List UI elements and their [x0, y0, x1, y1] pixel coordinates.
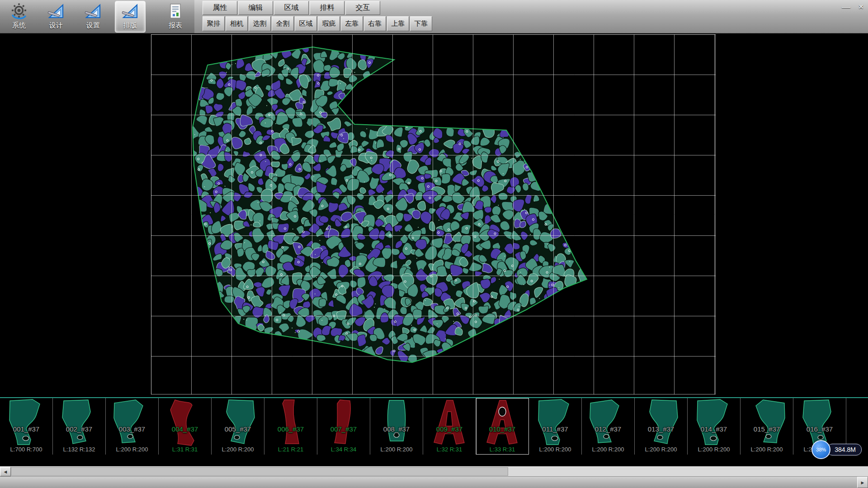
piece-id: 002_#37	[53, 425, 105, 433]
ruler-icon	[47, 3, 65, 21]
piece-count: L:200 R:200	[741, 446, 793, 453]
menu-tab-nest[interactable]: 排料	[310, 1, 344, 15]
action-button-cut-all[interactable]: 全割	[272, 16, 294, 31]
piece-id: 014_#37	[688, 425, 740, 433]
action-button-snap-top[interactable]: 上靠	[387, 16, 409, 31]
progress-badge: 38% 384.8M	[811, 440, 862, 459]
piece-id: 011_#37	[529, 425, 581, 433]
action-button-label: 下靠	[415, 19, 428, 27]
menu-tabs: 属性 编辑 区域 排料 交互	[203, 1, 432, 15]
toolbar-button-report[interactable]: 报表	[160, 1, 191, 33]
piece-cell[interactable]: 005_#37 L:200 R:200	[212, 398, 264, 455]
menu-area: 属性 编辑 区域 排料 交互	[203, 0, 432, 31]
action-button-camera[interactable]: 相机	[226, 16, 248, 31]
piece-cell[interactable]: 003_#37 L:200 R:200	[106, 398, 159, 455]
piece-id: 008_#37	[370, 425, 423, 433]
toolbar-button-design[interactable]: 设计	[41, 1, 71, 33]
scrollbar-thumb[interactable]	[11, 467, 508, 476]
menu-tab-interact[interactable]: 交互	[345, 1, 380, 15]
toolbar-button-settings[interactable]: 设置	[78, 1, 108, 33]
toolbar-button-label: 设计	[49, 21, 63, 30]
piece-id: 005_#37	[212, 425, 264, 433]
action-button-label: 右靠	[368, 19, 382, 27]
scrollbar-track[interactable]	[11, 467, 868, 476]
piece-count: L:200 R:200	[529, 446, 581, 453]
piece-cell[interactable]: 007_#37 L:34 R:34	[317, 398, 370, 455]
horizontal-scrollbar[interactable]: ◄	[0, 466, 868, 476]
piece-count: L:700 R:700	[0, 446, 52, 453]
piece-count: L:21 R:21	[264, 446, 317, 453]
status-bar: ►	[0, 476, 868, 488]
piece-id: 003_#37	[106, 425, 158, 433]
window-controls: — ×	[842, 2, 863, 11]
menu-tab-label: 属性	[213, 4, 227, 11]
piece-cell[interactable]: 008_#37 L:200 R:200	[370, 398, 423, 455]
minimize-button[interactable]: —	[842, 2, 850, 11]
action-button-label: 上靠	[392, 19, 405, 27]
menu-tab-region[interactable]: 区域	[274, 1, 309, 15]
piece-count: L:200 R:200	[688, 446, 740, 453]
menu-tab-label: 排料	[320, 4, 335, 11]
action-button-snap-right[interactable]: 右靠	[364, 16, 386, 31]
menu-tab-label: 交互	[356, 4, 370, 11]
toolbar-button-system[interactable]: 系统	[4, 1, 34, 33]
memory-indicator: 384.8M	[827, 444, 862, 455]
piece-cell[interactable]: 015_#37 L:200 R:200	[741, 398, 793, 455]
piece-count: L:200 R:200	[370, 446, 423, 453]
piece-id: 007_#37	[317, 425, 370, 433]
menu-tab-edit[interactable]: 编辑	[238, 1, 273, 15]
action-button-snap-left[interactable]: 左靠	[341, 16, 363, 31]
piece-count: L:32 R:31	[423, 446, 476, 453]
toolbar-button-label: 系统	[12, 21, 26, 30]
menu-tab-properties[interactable]: 属性	[203, 1, 237, 15]
toolbar-button-label: 设置	[86, 21, 100, 30]
menu-tab-label: 编辑	[249, 4, 263, 11]
ruler-icon	[84, 3, 102, 21]
action-button-label: 聚排	[207, 19, 221, 27]
piece-id: 001_#37	[0, 425, 52, 433]
gap-bar	[0, 455, 868, 466]
pieces-panel: 001_#37 L:700 R:700 002_#37 L:132 R:132 …	[0, 397, 868, 455]
piece-id: 006_#37	[264, 425, 317, 433]
action-button-snap-bottom[interactable]: 下靠	[410, 16, 432, 31]
piece-count: L:33 R:31	[476, 446, 528, 453]
piece-cell[interactable]: 012_#37 L:200 R:200	[582, 398, 635, 455]
nesting-canvas[interactable]	[151, 34, 716, 394]
piece-id: 010_#37	[476, 425, 528, 433]
main-toolbar: 系统 设计 设置 排版 报表	[0, 0, 868, 33]
action-button-cluster-nest[interactable]: 聚排	[203, 16, 225, 31]
piece-cell[interactable]: 002_#37 L:132 R:132	[53, 398, 106, 455]
piece-id: 004_#37	[159, 425, 211, 433]
piece-id: 013_#37	[635, 425, 687, 433]
piece-cell[interactable]: 004_#37 L:31 R:31	[159, 398, 212, 455]
scroll-left-button[interactable]: ◄	[0, 467, 11, 476]
piece-count: L:200 R:200	[635, 446, 687, 453]
piece-count: L:132 R:132	[53, 446, 105, 453]
piece-cell[interactable]: 009_#37 L:32 R:31	[423, 398, 476, 455]
scroll-right-button[interactable]: ►	[857, 477, 868, 488]
action-toolbar: 聚排 相机 选割 全割 区域	[203, 16, 432, 31]
app-toolbar: 系统 设计 设置 排版 报表	[0, 0, 194, 33]
action-button-label: 左靠	[345, 19, 359, 27]
action-button-defect[interactable]: 瑕疵	[318, 16, 340, 31]
piece-cell[interactable]: 011_#37 L:200 R:200	[529, 398, 582, 455]
action-button-label: 全割	[276, 19, 290, 27]
piece-id: 009_#37	[423, 425, 476, 433]
close-button[interactable]: ×	[859, 2, 863, 11]
action-button-region[interactable]: 区域	[295, 16, 317, 31]
piece-id: 012_#37	[582, 425, 634, 433]
workspace	[0, 33, 868, 397]
gear-icon	[10, 3, 28, 21]
toolbar-button-nesting[interactable]: 排版	[115, 1, 146, 33]
piece-count: L:200 R:200	[106, 446, 158, 453]
piece-cell[interactable]: 014_#37 L:200 R:200	[688, 398, 741, 455]
piece-cell[interactable]: 001_#37 L:700 R:700	[0, 398, 53, 455]
piece-id: 016_#37	[793, 425, 846, 433]
piece-cell[interactable]: 010_#37 L:33 R:31	[476, 398, 529, 455]
piece-cell[interactable]: 006_#37 L:21 R:21	[264, 398, 317, 455]
piece-cell[interactable]: 013_#37 L:200 R:200	[635, 398, 688, 455]
toolbar-button-label: 报表	[169, 21, 182, 30]
action-button-select-cut[interactable]: 选割	[249, 16, 271, 31]
menu-tab-label: 区域	[284, 4, 299, 11]
action-button-label: 瑕疵	[322, 19, 336, 27]
